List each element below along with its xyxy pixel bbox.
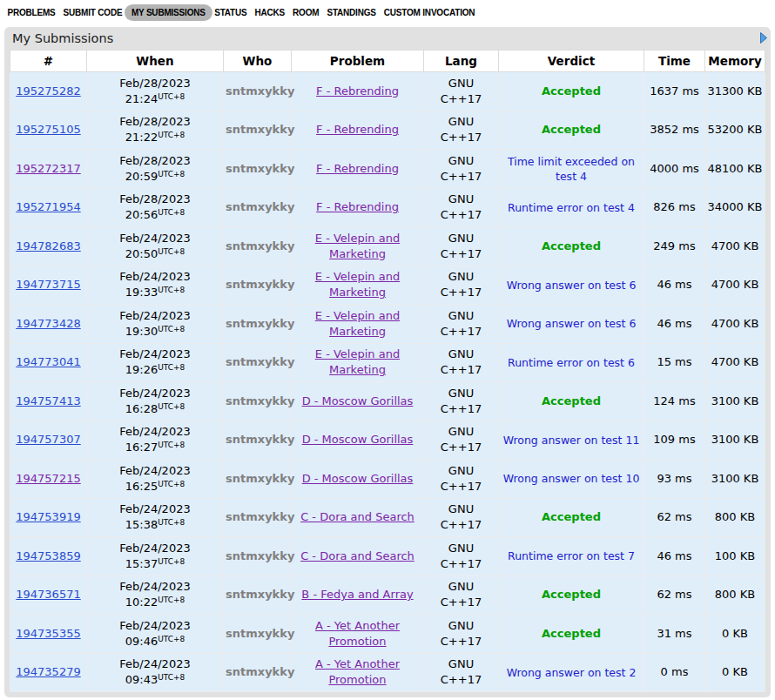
submission-id-cell: 194773041 [10, 343, 87, 382]
submission-id-link[interactable]: 194753859 [16, 549, 80, 562]
submission-id-cell: 194757413 [10, 382, 87, 421]
submission-id-link[interactable]: 195271954 [16, 200, 80, 213]
submission-id-cell: 194735355 [10, 615, 87, 654]
submission-exec-time: 109 ms [644, 421, 705, 460]
submission-id-link[interactable]: 195272317 [16, 162, 80, 175]
problem-link[interactable]: F - Rebrending [316, 162, 399, 175]
table-header-row: # When Who Problem Lang Verdict Time Mem… [10, 50, 765, 72]
submission-time: 20:50UTC+8 [89, 246, 221, 262]
problem-link[interactable]: E - Velepin and Marketing [315, 270, 400, 299]
lang-label: GNU C++17 [437, 501, 486, 533]
timezone-label: UTC+8 [158, 170, 185, 178]
timezone-label: UTC+8 [158, 518, 185, 527]
submission-date: Feb/24/2023 [89, 424, 221, 440]
nav-item-hacks[interactable]: HACKS [251, 4, 289, 21]
submission-when-cell: Feb/24/202315:38UTC+8 [87, 498, 224, 537]
submission-id-link[interactable]: 194753919 [16, 510, 80, 523]
submission-row: 194757215Feb/24/202316:25UTC+8sntmxykkyD… [10, 460, 765, 499]
submission-time: 10:22UTC+8 [89, 595, 221, 610]
lang-label: GNU C++17 [437, 579, 486, 610]
submission-author: sntmxykky [224, 653, 292, 692]
submission-time: 19:30UTC+8 [89, 324, 221, 340]
verdict-label: Accepted [542, 123, 601, 136]
timezone-label: UTC+8 [158, 363, 185, 372]
expand-arrow-icon[interactable] [760, 32, 767, 44]
lang-label: GNU C++17 [437, 347, 486, 378]
submission-when-cell: Feb/28/202321:22UTC+8 [87, 111, 224, 150]
timezone-label: UTC+8 [158, 673, 185, 682]
submission-memory: 34000 KB [705, 188, 765, 227]
verdict-label: Runtime error on test 6 [508, 356, 635, 369]
nav-item-submit-code[interactable]: SUBMIT CODE [59, 4, 126, 21]
problem-link[interactable]: B - Fedya and Array [301, 588, 413, 601]
problem-link[interactable]: E - Velepin and Marketing [315, 347, 400, 376]
lang-label: GNU C++17 [437, 656, 486, 688]
submission-id-link[interactable]: 194773715 [16, 278, 80, 291]
submission-verdict: Runtime error on test 4 [499, 188, 644, 227]
problem-link[interactable]: D - Moscow Gorillas [302, 472, 414, 485]
submission-id-cell: 194757307 [10, 421, 87, 460]
timezone-label: UTC+8 [158, 402, 185, 411]
submission-lang: GNU C++17 [424, 150, 499, 189]
submission-verdict: Wrong answer on test 11 [499, 421, 644, 460]
submission-time: 16:27UTC+8 [89, 440, 221, 455]
submission-author: sntmxykky [224, 72, 292, 111]
submission-memory: 0 KB [705, 615, 765, 654]
nav-item-status[interactable]: STATUS [211, 4, 251, 21]
timezone-label: UTC+8 [158, 596, 185, 604]
submission-date: Feb/28/2023 [89, 76, 221, 91]
submission-row: 194782683Feb/24/202320:50UTC+8sntmxykkyE… [10, 227, 765, 266]
submission-id-link[interactable]: 194757215 [16, 472, 80, 485]
submission-id-cell: 194735279 [10, 653, 87, 692]
nav-item-custom-invocation[interactable]: CUSTOM INVOCATION [380, 4, 479, 21]
problem-link[interactable]: C - Dora and Search [300, 549, 414, 562]
submission-time: 16:28UTC+8 [89, 401, 221, 417]
problem-link[interactable]: E - Velepin and Marketing [315, 309, 400, 338]
nav-item-my-submissions[interactable]: MY SUBMISSIONS [125, 4, 212, 21]
timezone-label: UTC+8 [158, 247, 185, 256]
submission-row: 194735355Feb/24/202309:46UTC+8sntmxykkyA… [10, 615, 765, 654]
nav-item-problems[interactable]: PROBLEMS [3, 4, 59, 21]
submission-time: 09:43UTC+8 [89, 672, 221, 688]
problem-link[interactable]: D - Moscow Gorillas [302, 394, 414, 407]
submission-date: Feb/24/2023 [89, 308, 221, 324]
problem-link[interactable]: A - Yet Another Promotion [315, 657, 400, 686]
submission-id-cell: 194753859 [10, 537, 87, 576]
submission-id-link[interactable]: 194773428 [16, 317, 80, 330]
submission-id-link[interactable]: 194773041 [16, 355, 80, 368]
submission-id-link[interactable]: 195275105 [16, 123, 80, 136]
submissions-table: # When Who Problem Lang Verdict Time Mem… [10, 50, 765, 692]
submission-id-link[interactable]: 194735279 [16, 665, 80, 678]
problem-link[interactable]: F - Rebrending [316, 84, 399, 98]
problem-link[interactable]: E - Velepin and Marketing [315, 232, 400, 260]
problem-link[interactable]: C - Dora and Search [300, 510, 414, 523]
submission-date: Feb/24/2023 [89, 541, 221, 556]
submission-author: sntmxykky [224, 498, 292, 537]
submission-id-link[interactable]: 194757413 [16, 394, 80, 407]
problem-link[interactable]: A - Yet Another Promotion [315, 619, 400, 648]
timezone-label: UTC+8 [158, 131, 185, 139]
submission-exec-time: 46 ms [644, 266, 705, 305]
verdict-label: Accepted [542, 394, 601, 407]
nav-item-room[interactable]: ROOM [289, 4, 323, 21]
submission-when-cell: Feb/24/202316:27UTC+8 [87, 421, 224, 460]
problem-link[interactable]: F - Rebrending [316, 123, 399, 136]
submission-problem-cell: E - Velepin and Marketing [292, 343, 424, 382]
submission-problem-cell: E - Velepin and Marketing [292, 227, 424, 266]
problem-link[interactable]: F - Rebrending [316, 200, 399, 213]
col-header-problem: Problem [292, 50, 424, 72]
submission-row: 194736571Feb/24/202310:22UTC+8sntmxykkyB… [10, 575, 765, 615]
submission-id-link[interactable]: 194735355 [16, 627, 80, 640]
submission-id-link[interactable]: 194736571 [16, 588, 80, 601]
submission-memory: 0 KB [705, 653, 765, 692]
problem-link[interactable]: D - Moscow Gorillas [302, 433, 414, 446]
submission-author: sntmxykky [224, 575, 292, 615]
nav-item-standings[interactable]: STANDINGS [323, 4, 380, 21]
submission-id-link[interactable]: 194782683 [16, 239, 80, 252]
submission-author: sntmxykky [224, 421, 292, 460]
submission-exec-time: 31 ms [644, 615, 705, 654]
submission-id-link[interactable]: 194757307 [16, 433, 80, 446]
submission-id-link[interactable]: 195275282 [16, 84, 80, 98]
lang-label: GNU C++17 [437, 192, 486, 223]
verdict-label: Wrong answer on test 10 [503, 472, 640, 485]
